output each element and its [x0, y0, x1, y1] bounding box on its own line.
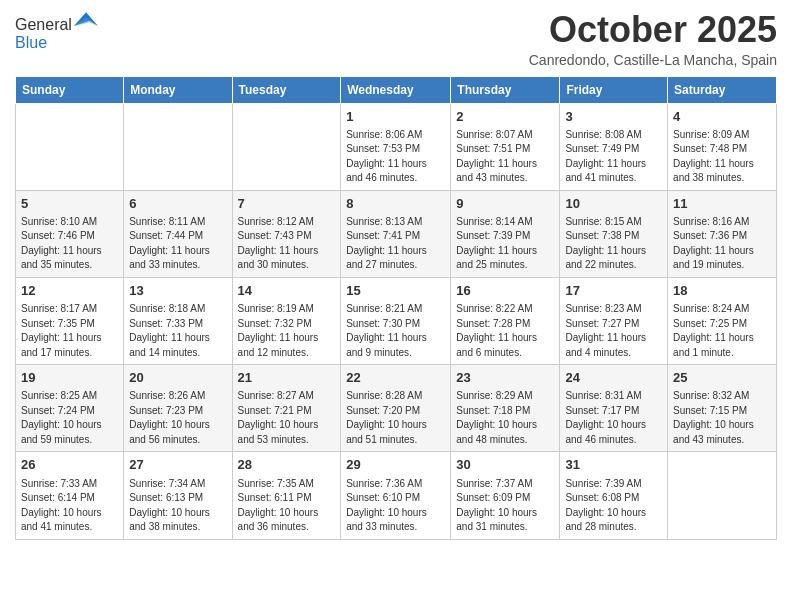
day-info: Sunrise: 8:21 AM Sunset: 7:30 PM Dayligh… — [346, 302, 445, 360]
weekday-header-wednesday: Wednesday — [341, 76, 451, 103]
day-number: 19 — [21, 369, 118, 387]
day-number: 3 — [565, 108, 662, 126]
day-number: 24 — [565, 369, 662, 387]
calendar-cell: 10Sunrise: 8:15 AM Sunset: 7:38 PM Dayli… — [560, 190, 668, 277]
day-number: 16 — [456, 282, 554, 300]
day-number: 23 — [456, 369, 554, 387]
weekday-header-sunday: Sunday — [16, 76, 124, 103]
day-info: Sunrise: 8:13 AM Sunset: 7:41 PM Dayligh… — [346, 215, 445, 273]
day-info: Sunrise: 8:25 AM Sunset: 7:24 PM Dayligh… — [21, 389, 118, 447]
day-number: 8 — [346, 195, 445, 213]
calendar-cell: 7Sunrise: 8:12 AM Sunset: 7:43 PM Daylig… — [232, 190, 341, 277]
day-number: 20 — [129, 369, 226, 387]
calendar-cell: 30Sunrise: 7:37 AM Sunset: 6:09 PM Dayli… — [451, 452, 560, 539]
day-info: Sunrise: 8:09 AM Sunset: 7:48 PM Dayligh… — [673, 128, 771, 186]
day-number: 13 — [129, 282, 226, 300]
calendar-cell — [16, 103, 124, 190]
day-number: 2 — [456, 108, 554, 126]
day-number: 29 — [346, 456, 445, 474]
calendar-week-1: 1Sunrise: 8:06 AM Sunset: 7:53 PM Daylig… — [16, 103, 777, 190]
day-info: Sunrise: 7:35 AM Sunset: 6:11 PM Dayligh… — [238, 477, 336, 535]
calendar-cell: 20Sunrise: 8:26 AM Sunset: 7:23 PM Dayli… — [124, 365, 232, 452]
calendar-cell: 31Sunrise: 7:39 AM Sunset: 6:08 PM Dayli… — [560, 452, 668, 539]
day-info: Sunrise: 8:12 AM Sunset: 7:43 PM Dayligh… — [238, 215, 336, 273]
logo-blue: Blue — [15, 34, 47, 51]
logo-bird-icon — [74, 10, 98, 30]
day-number: 17 — [565, 282, 662, 300]
calendar-cell — [232, 103, 341, 190]
day-info: Sunrise: 8:27 AM Sunset: 7:21 PM Dayligh… — [238, 389, 336, 447]
day-number: 27 — [129, 456, 226, 474]
calendar-cell: 19Sunrise: 8:25 AM Sunset: 7:24 PM Dayli… — [16, 365, 124, 452]
calendar-cell: 22Sunrise: 8:28 AM Sunset: 7:20 PM Dayli… — [341, 365, 451, 452]
calendar-cell: 13Sunrise: 8:18 AM Sunset: 7:33 PM Dayli… — [124, 277, 232, 364]
day-info: Sunrise: 8:22 AM Sunset: 7:28 PM Dayligh… — [456, 302, 554, 360]
calendar-cell: 23Sunrise: 8:29 AM Sunset: 7:18 PM Dayli… — [451, 365, 560, 452]
calendar-cell: 16Sunrise: 8:22 AM Sunset: 7:28 PM Dayli… — [451, 277, 560, 364]
day-info: Sunrise: 8:06 AM Sunset: 7:53 PM Dayligh… — [346, 128, 445, 186]
calendar-cell: 5Sunrise: 8:10 AM Sunset: 7:46 PM Daylig… — [16, 190, 124, 277]
calendar-table: SundayMondayTuesdayWednesdayThursdayFrid… — [15, 76, 777, 540]
day-info: Sunrise: 8:23 AM Sunset: 7:27 PM Dayligh… — [565, 302, 662, 360]
day-info: Sunrise: 8:08 AM Sunset: 7:49 PM Dayligh… — [565, 128, 662, 186]
day-number: 5 — [21, 195, 118, 213]
calendar-cell: 8Sunrise: 8:13 AM Sunset: 7:41 PM Daylig… — [341, 190, 451, 277]
day-info: Sunrise: 8:32 AM Sunset: 7:15 PM Dayligh… — [673, 389, 771, 447]
day-info: Sunrise: 7:39 AM Sunset: 6:08 PM Dayligh… — [565, 477, 662, 535]
calendar-cell — [668, 452, 777, 539]
calendar-cell: 24Sunrise: 8:31 AM Sunset: 7:17 PM Dayli… — [560, 365, 668, 452]
day-info: Sunrise: 7:37 AM Sunset: 6:09 PM Dayligh… — [456, 477, 554, 535]
logo-general: General — [15, 16, 72, 33]
day-number: 10 — [565, 195, 662, 213]
weekday-header-saturday: Saturday — [668, 76, 777, 103]
day-info: Sunrise: 8:29 AM Sunset: 7:18 PM Dayligh… — [456, 389, 554, 447]
calendar-cell: 25Sunrise: 8:32 AM Sunset: 7:15 PM Dayli… — [668, 365, 777, 452]
day-number: 31 — [565, 456, 662, 474]
calendar-week-5: 26Sunrise: 7:33 AM Sunset: 6:14 PM Dayli… — [16, 452, 777, 539]
page-header: General Blue October 2025 Canredondo, Ca… — [15, 10, 777, 68]
day-info: Sunrise: 8:18 AM Sunset: 7:33 PM Dayligh… — [129, 302, 226, 360]
day-number: 9 — [456, 195, 554, 213]
day-number: 15 — [346, 282, 445, 300]
day-number: 26 — [21, 456, 118, 474]
calendar-cell: 29Sunrise: 7:36 AM Sunset: 6:10 PM Dayli… — [341, 452, 451, 539]
calendar-cell: 21Sunrise: 8:27 AM Sunset: 7:21 PM Dayli… — [232, 365, 341, 452]
calendar-cell: 18Sunrise: 8:24 AM Sunset: 7:25 PM Dayli… — [668, 277, 777, 364]
day-number: 28 — [238, 456, 336, 474]
calendar-cell: 1Sunrise: 8:06 AM Sunset: 7:53 PM Daylig… — [341, 103, 451, 190]
day-number: 14 — [238, 282, 336, 300]
weekday-header-friday: Friday — [560, 76, 668, 103]
day-info: Sunrise: 8:28 AM Sunset: 7:20 PM Dayligh… — [346, 389, 445, 447]
calendar-cell: 17Sunrise: 8:23 AM Sunset: 7:27 PM Dayli… — [560, 277, 668, 364]
day-info: Sunrise: 8:31 AM Sunset: 7:17 PM Dayligh… — [565, 389, 662, 447]
day-number: 4 — [673, 108, 771, 126]
logo-text: General Blue — [15, 16, 98, 51]
day-info: Sunrise: 8:14 AM Sunset: 7:39 PM Dayligh… — [456, 215, 554, 273]
day-number: 21 — [238, 369, 336, 387]
day-info: Sunrise: 7:33 AM Sunset: 6:14 PM Dayligh… — [21, 477, 118, 535]
logo: General Blue — [15, 14, 98, 52]
weekday-header-monday: Monday — [124, 76, 232, 103]
month-title: October 2025 — [529, 10, 777, 50]
calendar-cell: 6Sunrise: 8:11 AM Sunset: 7:44 PM Daylig… — [124, 190, 232, 277]
title-block: October 2025 Canredondo, Castille-La Man… — [529, 10, 777, 68]
day-number: 1 — [346, 108, 445, 126]
day-info: Sunrise: 8:07 AM Sunset: 7:51 PM Dayligh… — [456, 128, 554, 186]
weekday-header-thursday: Thursday — [451, 76, 560, 103]
calendar-cell: 12Sunrise: 8:17 AM Sunset: 7:35 PM Dayli… — [16, 277, 124, 364]
weekday-header-tuesday: Tuesday — [232, 76, 341, 103]
svg-marker-1 — [74, 17, 98, 26]
day-number: 7 — [238, 195, 336, 213]
day-info: Sunrise: 8:24 AM Sunset: 7:25 PM Dayligh… — [673, 302, 771, 360]
day-number: 11 — [673, 195, 771, 213]
day-info: Sunrise: 8:11 AM Sunset: 7:44 PM Dayligh… — [129, 215, 226, 273]
day-number: 30 — [456, 456, 554, 474]
day-info: Sunrise: 8:17 AM Sunset: 7:35 PM Dayligh… — [21, 302, 118, 360]
calendar-header: SundayMondayTuesdayWednesdayThursdayFrid… — [16, 76, 777, 103]
calendar-week-2: 5Sunrise: 8:10 AM Sunset: 7:46 PM Daylig… — [16, 190, 777, 277]
calendar-cell: 15Sunrise: 8:21 AM Sunset: 7:30 PM Dayli… — [341, 277, 451, 364]
calendar-cell: 2Sunrise: 8:07 AM Sunset: 7:51 PM Daylig… — [451, 103, 560, 190]
day-number: 12 — [21, 282, 118, 300]
day-info: Sunrise: 8:19 AM Sunset: 7:32 PM Dayligh… — [238, 302, 336, 360]
calendar-cell: 14Sunrise: 8:19 AM Sunset: 7:32 PM Dayli… — [232, 277, 341, 364]
